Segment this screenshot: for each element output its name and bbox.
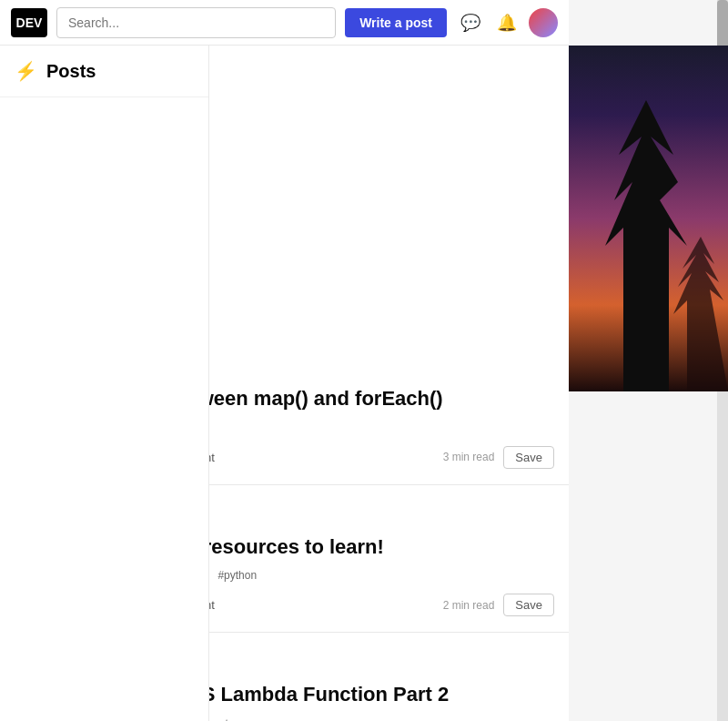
tag-python-2[interactable]: #python bbox=[212, 567, 262, 584]
save-button-2[interactable]: Save bbox=[503, 594, 554, 616]
notification-icon[interactable]: 🔔 bbox=[492, 8, 521, 37]
sidebar-posts-header: ⚡ Posts bbox=[0, 46, 208, 97]
article-meta-right-1: 3 min read Save bbox=[443, 446, 554, 469]
read-time-2: 2 min read bbox=[443, 599, 495, 612]
write-post-button[interactable]: Write a post bbox=[345, 8, 447, 37]
svg-marker-0 bbox=[605, 100, 687, 391]
chat-icon[interactable]: 💬 bbox=[456, 8, 485, 37]
header: DEV Write a post 💬 🔔 bbox=[0, 0, 569, 46]
user-avatar[interactable] bbox=[529, 8, 558, 37]
save-button-1[interactable]: Save bbox=[503, 446, 554, 469]
dev-logo: DEV bbox=[11, 8, 47, 37]
article-meta-right-2: 2 min read Save bbox=[443, 594, 554, 616]
svg-marker-1 bbox=[673, 237, 728, 391]
header-icons: 💬 🔔 bbox=[456, 8, 558, 37]
search-input[interactable] bbox=[56, 7, 336, 38]
posts-label: Posts bbox=[46, 61, 96, 82]
sunset-svg bbox=[569, 46, 728, 391]
read-time-1: 3 min read bbox=[443, 451, 495, 463]
sidebar: ⚡ Posts bbox=[0, 46, 209, 721]
background-panel bbox=[569, 46, 728, 721]
sunset-image bbox=[569, 46, 728, 391]
posts-icon: ⚡ bbox=[15, 60, 37, 82]
